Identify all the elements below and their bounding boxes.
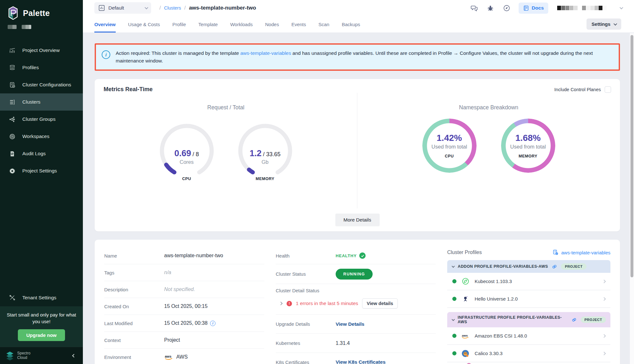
scrollbar-thumb[interactable] [630, 35, 633, 277]
kubecost-icon [461, 277, 470, 286]
docs-button[interactable]: Docs [519, 3, 548, 14]
project-selector[interactable]: Default [94, 2, 151, 14]
bar-chart-icon [8, 47, 16, 54]
view-details-button[interactable]: View details [362, 298, 398, 309]
pack-row-partial[interactable] [447, 362, 610, 364]
tab-backups[interactable]: Backups [342, 16, 360, 33]
servers-icon [8, 98, 16, 106]
sidebar-item-cluster-groups[interactable]: Cluster Groups [0, 111, 83, 128]
gear-icon [8, 167, 16, 175]
field-row-created-on: Created On 15 Oct 2025, 00:15 [104, 298, 264, 315]
settings-button[interactable]: Settings [587, 18, 621, 30]
sidebar-item-tenant-settings[interactable]: Tenant Settings [0, 289, 83, 306]
redacted-block [22, 25, 31, 29]
sidebar-item-workspaces[interactable]: Workspaces [0, 128, 83, 145]
sidebar-item-project-settings[interactable]: Project Settings [0, 162, 83, 179]
expand-errors-button[interactable] [279, 302, 283, 305]
tab-scan[interactable]: Scan [318, 16, 329, 33]
brand-logo-row: Palette [0, 0, 83, 23]
sidebar-item-audit-logs[interactable]: Audit Logs [0, 145, 83, 162]
gauge-label: CPU [182, 177, 191, 181]
redacted-subtitle [0, 23, 83, 29]
sidebar-item-label: Project Settings [22, 168, 57, 174]
document-check-icon [8, 81, 16, 89]
sidebar-item-clusters[interactable]: Clusters [0, 93, 83, 111]
layers-icon [8, 64, 16, 71]
brand-name: Palette [23, 9, 50, 18]
project-selector-value: Default [108, 5, 124, 11]
namespace-memory-donut: 1.68% Used from total MEMORY [501, 119, 555, 173]
sidebar-item-cluster-configurations[interactable]: Cluster Configurations [0, 76, 83, 93]
namespace-breakdown-title: Namespace Breakdown [459, 104, 518, 111]
namespace-breakdown-panel: Namespace Breakdown 1.42% Used from tota… [357, 93, 620, 208]
user-menu-button[interactable] [619, 6, 623, 10]
vertical-scrollbar [630, 33, 634, 364]
cluster-details-card: Name aws-template-number-two Tags n/a De… [95, 240, 620, 364]
donut-center: 1.42% Used from total CPU [422, 119, 477, 173]
tab-template[interactable]: Template [198, 16, 218, 33]
app-root: Palette Project Overview Profiles [0, 0, 634, 364]
pack-row-kubecost[interactable]: Kubecost 1.103.3 [447, 273, 610, 290]
chevron-right-icon [602, 334, 606, 338]
pack-row-amazon-ebs-csi[interactable]: aws Amazon EBS CSI 1.48.0 [447, 327, 610, 345]
orbit-icon [8, 133, 16, 140]
metrics-card: Metrics Real-Time Include Control Planes… [95, 79, 620, 231]
sidebar-footer: Spectro Cloud [0, 347, 83, 364]
upsell-text: Start small and only pay for what you us… [6, 311, 77, 325]
more-details-button[interactable]: More Details [335, 214, 380, 226]
breadcrumb-clusters-link[interactable]: Clusters [164, 5, 181, 11]
book-icon [523, 5, 529, 11]
tab-overview[interactable]: Overview [94, 16, 116, 33]
tab-profile[interactable]: Profile [172, 16, 186, 33]
spectro-cloud-logo [5, 351, 15, 360]
tab-workloads[interactable]: Workloads [230, 16, 253, 33]
sidebar-item-profiles[interactable]: Profiles [0, 59, 83, 76]
field-row-name: Name aws-template-number-two [104, 247, 264, 264]
upgrade-now-button[interactable]: Upgrade now [18, 329, 65, 341]
request-total-title: Request / Total [207, 104, 244, 111]
report-bug-button[interactable] [486, 4, 495, 12]
bug-icon [487, 4, 494, 12]
running-status-pill[interactable]: RUNNING [336, 269, 373, 280]
sidebar-collapse-button[interactable] [71, 353, 77, 358]
metrics-body: Request / Total 0.69 / 8 Cores CPU [95, 93, 620, 208]
document-search-icon [8, 150, 16, 157]
page-content: i Action required: This cluster is manag… [83, 33, 634, 364]
svg-text:aws: aws [165, 354, 171, 358]
info-icon[interactable]: i [210, 321, 215, 326]
project-badge: PROJECT [561, 263, 586, 270]
feedback-button[interactable] [470, 4, 478, 12]
cluster-detail-status: Cluster Detail Status ! 1 errors in the … [276, 284, 436, 315]
top-actions: Docs [470, 3, 623, 14]
memory-request-gauge: 1.2 / 33.65 Gb MEMORY [235, 120, 295, 181]
addon-profile-header[interactable]: ADDON PROFILE PROFILE-VARIABLES-AWS PROJ… [447, 260, 610, 273]
aws-logo-icon: aws [461, 331, 470, 340]
compass-icon [503, 4, 510, 12]
explore-button[interactable] [502, 4, 511, 12]
field-row-last-modified: Last Modified 15 Oct 2025, 00:38i [104, 315, 264, 332]
banner-template-link[interactable]: aws-template-variables [240, 50, 291, 56]
network-nodes-icon [8, 115, 16, 123]
spectro-cloud-name: Spectro Cloud [17, 351, 30, 360]
tab-events[interactable]: Events [291, 16, 306, 33]
upgrade-view-details-link[interactable]: View Details [336, 321, 364, 327]
cluster-profiles-title: Cluster Profiles [447, 250, 482, 255]
sidebar-item-project-overview[interactable]: Project Overview [0, 42, 83, 59]
pack-row-hello-universe[interactable]: Hello Universe 1.2.0 [447, 290, 610, 308]
tab-nodes[interactable]: Nodes [265, 16, 279, 33]
sidebar-item-label: Audit Logs [22, 151, 46, 157]
metrics-title: Metrics Real-Time [104, 86, 153, 93]
breadcrumb-current: aws-template-number-two [189, 5, 256, 11]
tabs-bar: Overview Usage & Costs Profile Template … [83, 16, 634, 33]
check-circle-icon [359, 252, 366, 259]
sidebar-item-label: Project Overview [22, 47, 60, 53]
pack-status-dot [452, 351, 456, 355]
view-k8s-certificates-link[interactable]: View K8s Certificates [336, 359, 386, 364]
infrastructure-profile-header[interactable]: INFRASTRUCTURE PROFILE PROFILE-VARIABLES… [447, 312, 610, 327]
upgrade-details-row: Upgrade Details View Details [276, 315, 436, 334]
pack-row-calico[interactable]: Calico 3.30.3 [447, 345, 610, 362]
include-control-planes-checkbox[interactable] [605, 86, 611, 93]
template-variables-link[interactable]: aws-template-variables [552, 249, 610, 256]
tab-usage-costs[interactable]: Usage & Costs [128, 16, 160, 33]
project-chart-icon [98, 4, 105, 11]
